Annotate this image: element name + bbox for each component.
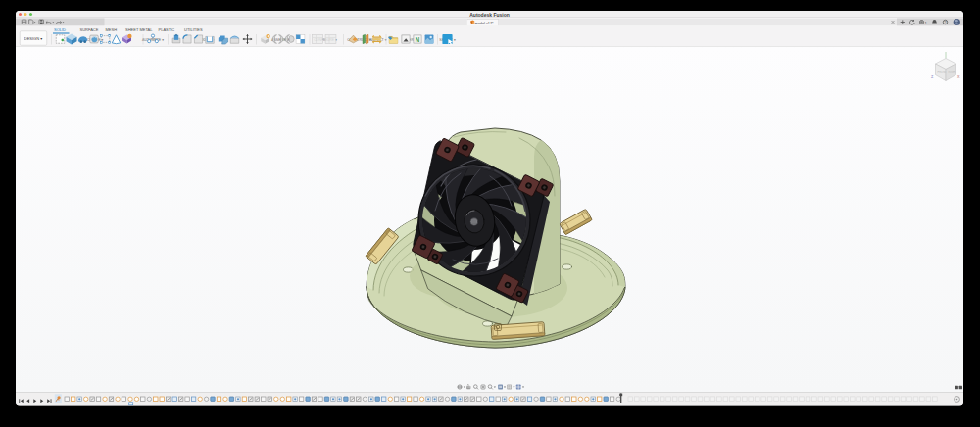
svg-text:FRONT: FRONT	[938, 71, 948, 74]
svg-text:RIGHT: RIGHT	[949, 71, 957, 74]
svg-text:N: N	[416, 36, 420, 43]
svg-text:1: 1	[925, 21, 928, 25]
svg-text:?: ?	[944, 21, 946, 24]
svg-text:Z: Z	[931, 75, 934, 79]
svg-text:X: X	[957, 75, 960, 79]
